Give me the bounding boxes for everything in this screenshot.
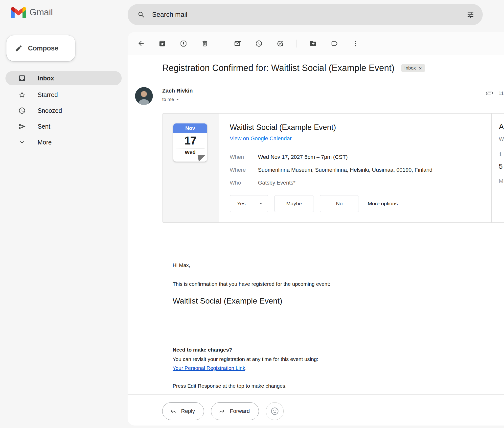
event-date-panel: Nov 17 Wed (162, 114, 219, 222)
sidebar-nav: Inbox Starred Snoozed Sent More (5, 71, 122, 150)
link-suffix: . (245, 365, 247, 371)
gmail-app: Gmail Search mail Compose Inbox Starred … (0, 0, 504, 428)
date-chip-month: Nov (173, 123, 207, 133)
mail-toolbar (128, 32, 504, 55)
sender-avatar (135, 87, 153, 105)
search-bar[interactable]: Search mail (128, 4, 483, 25)
inbox-chip-label: Inbox (404, 65, 416, 71)
agenda-text: A (499, 122, 504, 131)
sidebar-item-label: Starred (38, 91, 58, 98)
rsvp-yes-group: Yes (230, 195, 268, 212)
where-value: Suomenlinna Museum, Suomenlinna, Helsink… (258, 167, 433, 173)
sidebar-item-sent[interactable]: Sent (5, 119, 122, 134)
toolbar-divider (297, 40, 297, 48)
recipient-label: to me (162, 97, 174, 102)
gmail-logo[interactable]: Gmail (11, 6, 53, 18)
body-divider (173, 329, 502, 329)
when-label: When (230, 151, 258, 164)
attachment-icon (486, 90, 493, 97)
rsvp-yes-button[interactable]: Yes (230, 195, 253, 212)
agenda-text: W (499, 136, 504, 142)
where-label: Where (230, 164, 258, 176)
move-to-icon[interactable] (307, 38, 319, 49)
event-where-row: WhereSuomenlinna Museum, Suomenlinna, He… (230, 164, 433, 176)
mark-unread-icon[interactable] (232, 38, 244, 49)
reply-icon (170, 408, 177, 415)
agenda-text: 1 (499, 151, 502, 158)
sidebar-item-label: More (38, 139, 52, 146)
body-line: This is confirmation that you have regis… (173, 281, 330, 287)
mail-pane: Registration Confirmed for: Waitlist Soc… (128, 32, 504, 426)
inbox-icon (18, 74, 26, 82)
subject-row: Registration Confirmed for: Waitlist Soc… (162, 61, 499, 75)
compose-label: Compose (28, 45, 58, 52)
date-chip-weekday: Wed (173, 148, 207, 155)
agenda-divider (491, 114, 492, 222)
forward-icon (219, 408, 225, 415)
body-event-title: Waitlist Social (Example Event) (173, 296, 282, 306)
report-spam-icon[interactable] (178, 38, 189, 49)
back-icon[interactable] (135, 38, 147, 49)
agenda-text: M (499, 178, 503, 184)
page-fold-decoration (198, 155, 206, 162)
view-on-google-calendar-link[interactable]: View on Google Calendar (230, 135, 292, 142)
pencil-icon (15, 45, 23, 52)
sidebar-item-inbox[interactable]: Inbox (5, 71, 122, 85)
registration-link-line: Your Personal Registration Link. (173, 365, 247, 371)
close-icon[interactable]: × (419, 66, 422, 71)
rsvp-maybe-button[interactable]: Maybe (274, 195, 314, 212)
toolbar-divider (221, 40, 221, 48)
archive-icon[interactable] (156, 38, 168, 49)
rsvp-more-options[interactable]: More options (368, 201, 398, 207)
sidebar-item-label: Snoozed (38, 107, 62, 114)
dropdown-arrow-icon (175, 96, 181, 102)
reply-button[interactable]: Reply (162, 402, 204, 420)
snooze-icon[interactable] (253, 38, 265, 49)
sidebar-item-more[interactable]: More (5, 134, 122, 150)
rsvp-no-button[interactable]: No (320, 195, 359, 212)
add-to-tasks-icon[interactable] (274, 38, 286, 49)
chevron-down-icon (18, 139, 26, 146)
sidebar-item-starred[interactable]: Starred (5, 87, 122, 103)
when-value: Wed Nov 17, 2027 5pm – 7pm (CST) (258, 154, 348, 160)
sidebar-item-snoozed[interactable]: Snoozed (5, 103, 122, 119)
delete-icon[interactable] (199, 38, 211, 49)
forward-button[interactable]: Forward (211, 402, 259, 420)
search-options-icon[interactable] (467, 11, 474, 19)
changes-heading: Need to make changes? (173, 347, 232, 353)
sidebar-item-label: Sent (38, 123, 50, 130)
label-icon[interactable] (328, 38, 340, 49)
sidebar-item-label: Inbox (38, 75, 54, 82)
rsvp-yes-dropdown[interactable] (253, 195, 268, 212)
gmail-wordmark: Gmail (29, 7, 53, 18)
event-who-row: WhoGatsby Events* (230, 176, 433, 189)
more-vert-icon[interactable] (350, 38, 362, 49)
body-footer-line: Press Edit Response at the top to make c… (173, 383, 287, 389)
sender-name: Zach Rivkin (162, 88, 193, 94)
search-icon[interactable] (137, 11, 145, 19)
agenda-panel-truncated: A W 1 5 M (499, 114, 504, 222)
clock-icon (18, 107, 26, 114)
event-when-row: WhenWed Nov 17, 2027 5pm – 7pm (CST) (230, 151, 433, 164)
who-label: Who (230, 176, 258, 189)
compose-button[interactable]: Compose (6, 35, 75, 61)
rsvp-buttons: Yes Maybe No More options (230, 195, 398, 212)
calendar-event-card: Nov 17 Wed Waitlist Social (Example Even… (162, 113, 504, 223)
body-greeting: Hi Max, (173, 262, 190, 268)
actions-divider (128, 394, 504, 395)
personal-registration-link[interactable]: Your Personal Registration Link (173, 365, 245, 371)
inbox-label-chip[interactable]: Inbox × (401, 64, 425, 72)
date-chip: Nov 17 Wed (173, 123, 207, 162)
star-icon (18, 91, 26, 98)
email-subject: Registration Confirmed for: Waitlist Soc… (162, 63, 394, 73)
reply-label: Reply (181, 408, 195, 414)
emoji-reaction-button[interactable] (266, 402, 284, 420)
recipient-dropdown[interactable]: to me (162, 96, 181, 102)
message-actions: Reply Forward (162, 402, 284, 420)
dropdown-arrow-icon (258, 201, 264, 207)
event-title: Waitlist Social (Example Event) (230, 123, 336, 132)
email-meta: 11 (486, 90, 504, 97)
search-input[interactable]: Search mail (152, 11, 467, 19)
forward-label: Forward (230, 408, 250, 414)
date-chip-day: 17 (173, 133, 207, 147)
